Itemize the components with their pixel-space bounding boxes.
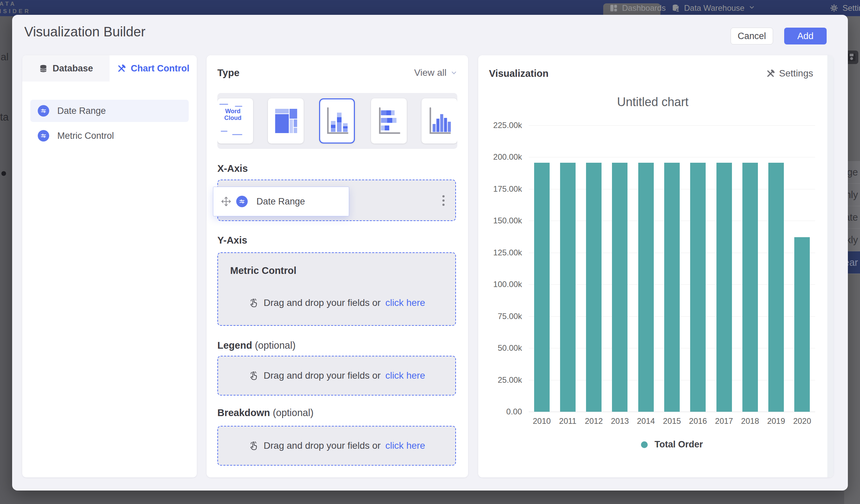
tap-hand-icon: [248, 440, 259, 451]
logo-line1: DATA: [0, 0, 31, 8]
chart-title: Untitled chart: [478, 95, 827, 109]
x-tick-label: 2010: [528, 416, 555, 426]
nav-label-settings: Settings: [843, 3, 860, 13]
scrollbar-track[interactable]: [827, 55, 833, 477]
y-tick-label: 0.00: [478, 407, 522, 416]
top-navbar: DATA INSIDER Dashboards Data Warehouse: [0, 0, 860, 16]
x-tick-label: 2013: [606, 416, 633, 426]
x-tick-label: 2019: [763, 416, 790, 426]
date-range-chip[interactable]: Date Range: [213, 187, 349, 216]
x-tick-label: 2017: [711, 416, 738, 426]
chevron-down-icon: [748, 3, 755, 13]
nav-label-data-warehouse: Data Warehouse: [684, 3, 744, 13]
bar: [664, 163, 680, 412]
click-here-link[interactable]: click here: [385, 298, 425, 308]
nav-item-settings[interactable]: Settings: [830, 0, 860, 16]
floppy-icon: [847, 52, 857, 62]
tools-icon: [117, 64, 126, 73]
bar: [586, 163, 602, 412]
chart-type-column[interactable]: [421, 98, 457, 144]
tab-database[interactable]: Database: [22, 55, 110, 82]
stacked-bar-thumbnail: [375, 103, 403, 139]
drop-hint-text: Drag and drop your fields or: [263, 298, 381, 308]
logo-line2: INSIDER: [0, 8, 31, 15]
y-axis-dropzone[interactable]: Metric Control Drag and drop your fields…: [217, 252, 456, 326]
click-here-link[interactable]: click here: [385, 440, 425, 451]
tab-database-label: Database: [53, 63, 93, 74]
gridline: [529, 125, 815, 126]
gridline: [529, 412, 815, 412]
y-axis-section-label: Y-Axis: [217, 235, 247, 246]
x-tick-label: 2015: [658, 416, 685, 426]
background-text-fragment: al: [1, 51, 9, 63]
x-tick-label: 2020: [789, 416, 816, 426]
x-tick-label: 2012: [580, 416, 607, 426]
drop-hint-text: Drag and drop your fields or: [263, 440, 381, 451]
sliders-icon: [236, 196, 248, 207]
click-here-link[interactable]: click here: [385, 370, 425, 381]
type-section-label: Type: [217, 67, 240, 78]
tap-hand-icon: [248, 370, 259, 381]
field-item-metric-control[interactable]: Metric Control: [30, 125, 189, 147]
chart-type-treemap[interactable]: [268, 98, 304, 144]
visualization-builder-modal: Visualization Builder Cancel Add Databas…: [12, 15, 848, 491]
breakdown-section-label: Breakdown (optional): [217, 407, 313, 418]
move-icon: [221, 196, 231, 207]
x-tick-label: 2011: [554, 416, 581, 426]
x-tick-label: 2014: [632, 416, 659, 426]
word-cloud-mini-word: [221, 131, 228, 132]
bar: [534, 163, 550, 412]
view-all-dropdown[interactable]: View all: [414, 67, 458, 78]
legend-dot: [641, 441, 648, 448]
bar: [690, 163, 706, 412]
word-cloud-mini-word: [235, 106, 242, 107]
bar: [638, 163, 654, 412]
y-tick-label: 225.00k: [478, 120, 522, 130]
dashboard-icon: [609, 4, 618, 13]
bar: [742, 163, 758, 412]
chart-builder-panel: Type View all Word Cloud: [206, 55, 468, 477]
bar: [768, 163, 784, 412]
app-logo: DATA INSIDER: [0, 0, 31, 15]
y-tick-label: 50.00k: [478, 343, 522, 353]
kebab-icon[interactable]: [439, 193, 448, 207]
field-label: Metric Control: [57, 131, 114, 141]
nav-item-data-warehouse[interactable]: Data Warehouse: [671, 0, 755, 16]
view-all-label: View all: [414, 67, 446, 78]
chart-type-stacked-bar-horizontal[interactable]: [371, 98, 407, 144]
nav-item-dashboards[interactable]: Dashboards: [609, 0, 665, 16]
chevron-down-icon: [450, 69, 458, 77]
y-tick-label: 100.00k: [478, 279, 522, 289]
settings-button[interactable]: Settings: [766, 68, 813, 79]
breakdown-dropzone[interactable]: Drag and drop your fields or click here: [217, 426, 456, 465]
modal-title: Visualization Builder: [24, 24, 145, 40]
fields-panel: Database Chart Control Date Range Metric…: [22, 55, 197, 477]
gear-icon: [830, 4, 838, 13]
field-item-date-range[interactable]: Date Range: [30, 100, 189, 122]
word-cloud-mini-word: [219, 104, 228, 105]
database-icon: [39, 64, 48, 73]
treemap-thumbnail: [272, 103, 300, 139]
bar: [612, 163, 628, 412]
chart-type-stacked-column[interactable]: [319, 98, 355, 144]
cancel-button[interactable]: Cancel: [731, 28, 773, 44]
settings-label: Settings: [779, 68, 813, 79]
visualization-panel: Visualization Settings Untitled chart 22…: [478, 55, 833, 477]
y-tick-label: 125.00k: [478, 248, 522, 257]
chart-legend[interactable]: Total Order: [529, 439, 815, 450]
tools-icon: [766, 69, 775, 78]
legend-section-label: Legend (optional): [217, 340, 296, 351]
tab-chart-control[interactable]: Chart Control: [110, 55, 197, 82]
chart-type-word-cloud[interactable]: Word Cloud: [217, 98, 253, 144]
tap-hand-icon: [248, 298, 259, 308]
visualization-panel-title: Visualization: [489, 68, 549, 79]
stacked-column-thumbnail: [323, 103, 351, 139]
y-axis-zone-title: Metric Control: [230, 265, 297, 276]
sliders-icon: [38, 105, 49, 117]
legend-dropzone[interactable]: Drag and drop your fields or click here: [217, 356, 456, 395]
add-button[interactable]: Add: [784, 28, 827, 44]
warehouse-icon: [671, 4, 680, 13]
word-cloud-mini-word: [232, 134, 242, 135]
background-text-fragment: ta: [0, 111, 9, 123]
bar: [560, 163, 576, 412]
